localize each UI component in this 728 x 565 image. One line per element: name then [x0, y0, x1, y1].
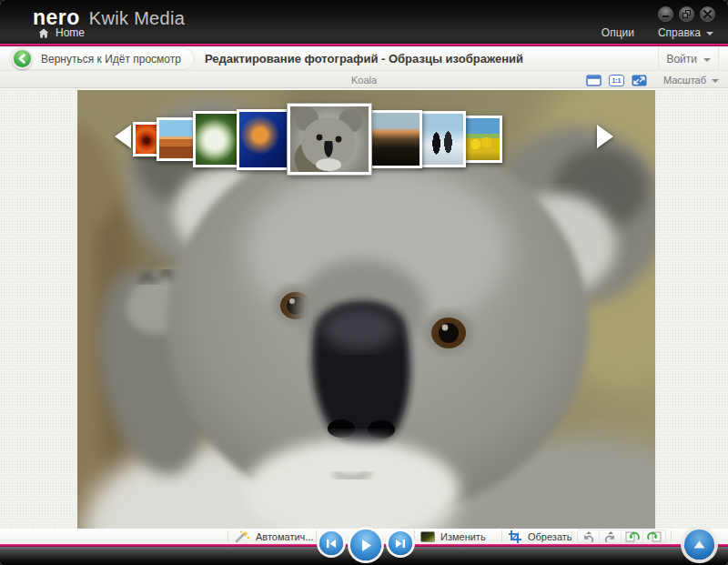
- login-button[interactable]: Войти: [658, 46, 719, 71]
- zoom-dropdown[interactable]: Масштаб: [663, 75, 719, 86]
- menu-help[interactable]: Справка: [658, 26, 713, 39]
- back-arrow-icon: [12, 48, 33, 69]
- divider: [316, 530, 317, 542]
- thumbnail-koala-selected[interactable]: [288, 104, 371, 175]
- fullscreen-button[interactable]: [632, 75, 647, 86]
- play-slideshow-button[interactable]: [350, 530, 381, 560]
- undo-button[interactable]: [578, 530, 600, 542]
- magic-wand-icon: [234, 530, 250, 543]
- crop-label: Обрезать: [528, 531, 572, 542]
- titlebar: nero Kwik Media Home: [0, 0, 728, 44]
- rotate-right-icon: [647, 530, 662, 542]
- edit-photo-icon: [420, 531, 435, 542]
- koala-thumb-image: [290, 106, 369, 172]
- login-label: Войти: [666, 53, 697, 66]
- actual-size-label: 1:1: [612, 77, 621, 84]
- thumbnail-jellyfish[interactable]: [237, 109, 291, 170]
- undo-icon: [582, 535, 594, 542]
- thumbnail-desert[interactable]: [157, 117, 197, 161]
- previous-icon: [326, 539, 337, 549]
- rotate-left-button[interactable]: [622, 530, 643, 542]
- thumbnail-hydrangeas[interactable]: [193, 111, 240, 167]
- fit-to-window-button[interactable]: [586, 75, 602, 86]
- chevron-down-icon: [706, 32, 713, 35]
- crop-icon: [508, 530, 522, 543]
- filmstrip: [107, 101, 621, 177]
- play-icon: [360, 539, 372, 552]
- undo-options-icon: [586, 531, 592, 534]
- minimize-icon: [662, 15, 669, 17]
- scroll-left-icon[interactable]: [115, 125, 131, 148]
- menu-home-label: Home: [56, 26, 85, 39]
- next-icon: [395, 539, 406, 549]
- minimize-button[interactable]: [658, 6, 673, 22]
- fit-to-window-icon: [586, 75, 602, 86]
- restore-icon: [682, 10, 691, 18]
- restore-button[interactable]: [679, 6, 694, 22]
- thumbnail-dusk-landscape[interactable]: [368, 110, 422, 168]
- history-rotate-group: [577, 530, 666, 543]
- editor-canvas-area: [0, 89, 728, 529]
- accent-divider-top: [0, 44, 728, 46]
- zoom-dropdown-label: Масштаб: [663, 75, 706, 86]
- window-controls: [658, 6, 715, 22]
- menu-options[interactable]: Опции: [602, 26, 634, 39]
- crop-button[interactable]: Обрезать: [508, 529, 572, 544]
- back-button[interactable]: Вернуться к Идёт просмотр: [9, 47, 195, 70]
- close-icon: [703, 10, 712, 18]
- divider: [671, 530, 672, 542]
- fullscreen-icon: [632, 75, 647, 86]
- menu-home[interactable]: Home: [38, 26, 85, 39]
- menu-bar: Home Опции Справка: [0, 26, 728, 43]
- edit-button[interactable]: Изменить: [420, 529, 486, 544]
- redo-button[interactable]: [600, 530, 622, 542]
- divider: [414, 530, 415, 542]
- actual-size-button[interactable]: 1:1: [609, 75, 624, 86]
- menu-options-label: Опции: [602, 26, 634, 39]
- menu-help-label: Справка: [658, 26, 701, 39]
- thumbnail-penguins[interactable]: [419, 111, 466, 167]
- thumbnail-tulips[interactable]: [462, 116, 502, 163]
- chevron-down-icon: [703, 58, 711, 62]
- redo-options-icon: [608, 531, 613, 534]
- back-button-label: Вернуться к Идёт просмотр: [41, 53, 181, 66]
- divider: [571, 530, 572, 542]
- auto-enhance-button[interactable]: Автоматич...: [234, 529, 314, 544]
- auto-enhance-label: Автоматич...: [256, 531, 314, 542]
- close-button[interactable]: [700, 6, 715, 22]
- previous-photo-button[interactable]: [319, 531, 343, 555]
- photo-info-bar: Koala 1:1 Масштаб: [0, 72, 728, 88]
- rotate-left-icon: [625, 530, 640, 542]
- chevron-down-icon: [712, 79, 719, 83]
- divider: [501, 530, 502, 542]
- rotate-right-button[interactable]: [643, 530, 665, 542]
- next-photo-button[interactable]: [389, 531, 412, 555]
- redo-icon: [604, 535, 616, 542]
- expand-panel-button[interactable]: [684, 530, 714, 560]
- up-arrow-icon: [693, 540, 705, 549]
- home-icon: [38, 28, 49, 38]
- divider: [228, 530, 228, 542]
- scroll-right-icon[interactable]: [597, 125, 613, 148]
- app-window: nero Kwik Media Home: [0, 0, 728, 565]
- edit-label: Изменить: [440, 531, 486, 542]
- navigation-toolbar: Вернуться к Идёт просмотр Редактирование…: [0, 46, 728, 71]
